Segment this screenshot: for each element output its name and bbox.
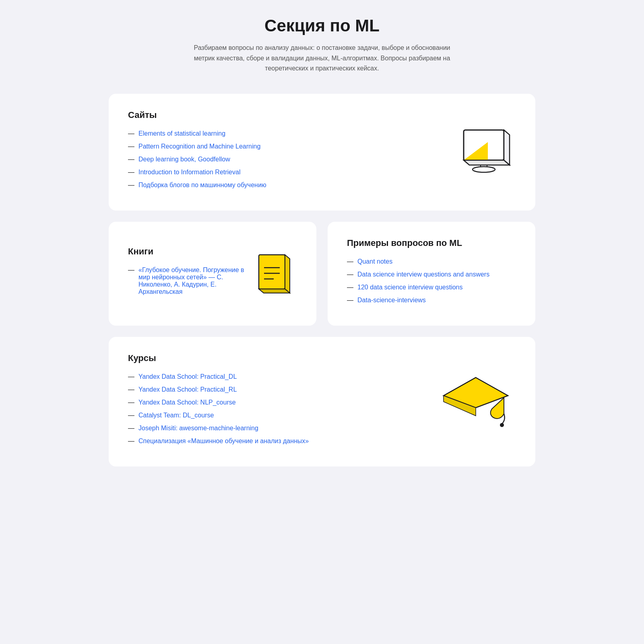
list-item: 120 data science interview questions bbox=[347, 284, 516, 291]
books-link-list: «Глубокое обучение. Погружение в мир ней… bbox=[128, 266, 249, 295]
list-item: Introduction to Information Retrieval bbox=[128, 169, 452, 176]
list-item: Yandex Data School: Practical_DL bbox=[128, 373, 436, 380]
two-col-section: Книги «Глубокое обучение. Погружение в м… bbox=[109, 222, 535, 326]
books-illustration bbox=[249, 252, 297, 296]
graduation-icon bbox=[440, 369, 512, 434]
examples-card: Примеры вопросов по ML Quant notesData s… bbox=[328, 222, 535, 326]
link[interactable]: Elements of statistical learning bbox=[138, 130, 225, 137]
book-icon bbox=[253, 252, 293, 296]
examples-title: Примеры вопросов по ML bbox=[347, 238, 516, 248]
svg-point-3 bbox=[473, 167, 495, 172]
list-item: Data science interview questions and ans… bbox=[347, 271, 516, 278]
list-item: Elements of statistical learning bbox=[128, 130, 452, 137]
link[interactable]: Data-science-interviews bbox=[357, 297, 426, 304]
courses-content: Курсы Yandex Data School: Practical_DLYa… bbox=[128, 353, 436, 450]
sites-illustration bbox=[452, 126, 516, 178]
list-item: «Глубокое обучение. Погружение в мир ней… bbox=[128, 266, 249, 295]
monitor-icon bbox=[456, 126, 512, 178]
courses-title: Курсы bbox=[128, 353, 436, 363]
list-item: Pattern Recognition and Machine Learning bbox=[128, 143, 452, 150]
page-container: Секция по ML Разбираем вопросы по анализ… bbox=[109, 16, 535, 466]
list-item: Yandex Data School: Practical_RL bbox=[128, 386, 436, 393]
list-item: Quant notes bbox=[347, 258, 516, 265]
link[interactable]: «Глубокое обучение. Погружение в мир ней… bbox=[138, 266, 249, 295]
books-content: Книги «Глубокое обучение. Погружение в м… bbox=[128, 246, 249, 301]
sites-content: Сайты Elements of statistical learningPa… bbox=[128, 110, 452, 194]
link[interactable]: Pattern Recognition and Machine Learning bbox=[138, 143, 260, 150]
svg-point-11 bbox=[500, 423, 504, 427]
sites-card: Сайты Elements of statistical learningPa… bbox=[109, 94, 535, 211]
page-title: Секция по ML bbox=[109, 16, 535, 35]
books-card: Книги «Глубокое обучение. Погружение в м… bbox=[109, 222, 316, 326]
link[interactable]: Data science interview questions and ans… bbox=[357, 271, 489, 278]
list-item: Data-science-interviews bbox=[347, 297, 516, 304]
examples-link-list: Quant notesData science interview questi… bbox=[347, 258, 516, 304]
link[interactable]: Подборка блогов по машинному обучению bbox=[138, 182, 266, 189]
sites-title: Сайты bbox=[128, 110, 452, 120]
list-item: Подборка блогов по машинному обучению bbox=[128, 182, 452, 189]
link[interactable]: Yandex Data School: Practical_RL bbox=[138, 386, 237, 393]
link[interactable]: Yandex Data School: NLP_course bbox=[138, 399, 236, 406]
list-item: Catalyst Team: DL_course bbox=[128, 412, 436, 419]
courses-illustration bbox=[436, 369, 516, 434]
sites-link-list: Elements of statistical learningPattern … bbox=[128, 130, 452, 189]
link[interactable]: Deep learning book, Goodfellow bbox=[138, 156, 230, 163]
books-title: Книги bbox=[128, 246, 249, 257]
courses-card: Курсы Yandex Data School: Practical_DLYa… bbox=[109, 337, 535, 466]
link[interactable]: 120 data science interview questions bbox=[357, 284, 463, 291]
list-item: Joseph Misiti: awesome-machine-learning bbox=[128, 425, 436, 432]
link[interactable]: Yandex Data School: Practical_DL bbox=[138, 373, 237, 380]
list-item: Yandex Data School: NLP_course bbox=[128, 399, 436, 406]
page-subtitle: Разбираем вопросы по анализу данных: о п… bbox=[185, 43, 459, 74]
courses-link-list: Yandex Data School: Practical_DLYandex D… bbox=[128, 373, 436, 445]
link[interactable]: Quant notes bbox=[357, 258, 392, 265]
link[interactable]: Introduction to Information Retrieval bbox=[138, 169, 240, 176]
link[interactable]: Специализация «Машинное обучение и анали… bbox=[138, 438, 309, 445]
svg-rect-4 bbox=[259, 255, 285, 289]
link[interactable]: Joseph Misiti: awesome-machine-learning bbox=[138, 425, 258, 432]
link[interactable]: Catalyst Team: DL_course bbox=[138, 412, 214, 419]
list-item: Специализация «Машинное обучение и анали… bbox=[128, 438, 436, 445]
list-item: Deep learning book, Goodfellow bbox=[128, 156, 452, 163]
